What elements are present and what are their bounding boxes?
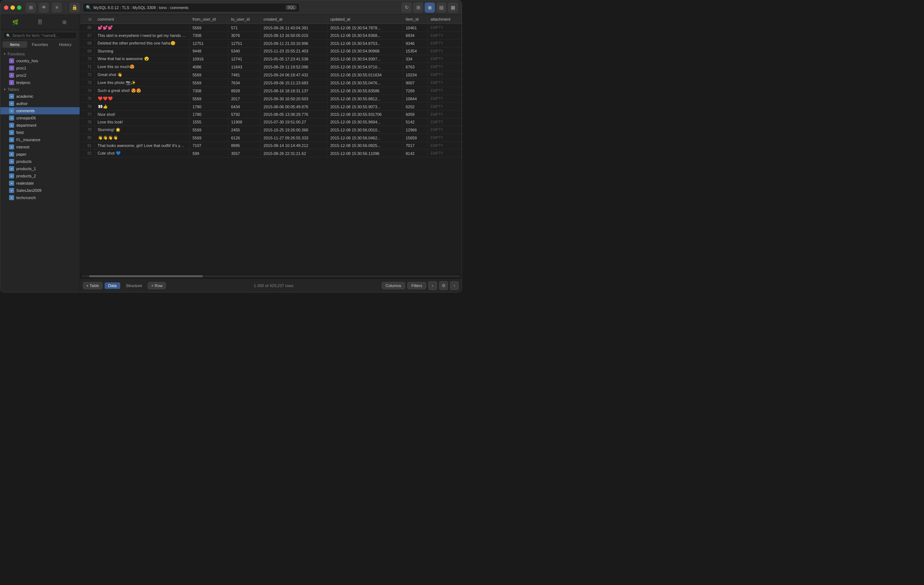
- sidebar-item-comments[interactable]: ≡ comments: [0, 107, 80, 114]
- horizontal-scrollbar[interactable]: [80, 274, 462, 278]
- table-row[interactable]: 69Stunning944853402015-11-23 15:55:21.40…: [80, 48, 462, 55]
- sidebar-search-box[interactable]: 🔍: [3, 32, 77, 39]
- split-view-icon[interactable]: ▣: [425, 3, 435, 13]
- cell-id: 80: [80, 134, 94, 142]
- cell-attachment: EMPTY: [427, 32, 462, 40]
- cell-updated-at: 2015-12-08 15:30:54.8753...: [327, 40, 403, 48]
- lock-icon[interactable]: 🔒: [69, 3, 80, 13]
- sidebar-item-interest[interactable]: ≡ interest: [0, 143, 80, 151]
- table-row[interactable]: 66💕💕💕55695712015-09-26 11:43:04.3912015-…: [80, 24, 462, 32]
- table-row[interactable]: 72Great shot 👋556974812015-09-24 06:18:4…: [80, 71, 462, 79]
- col-to-user-id[interactable]: to_user_id: [228, 15, 261, 24]
- sidebar-item-proc2[interactable]: f proc2: [0, 72, 80, 79]
- tab-data[interactable]: Data: [105, 282, 120, 289]
- col-id[interactable]: id: [80, 15, 94, 24]
- tab-structure[interactable]: Structure: [122, 282, 146, 289]
- cell-created-at: 2015-08-26 22:31:21.62: [260, 150, 327, 158]
- cell-item-id: 7017: [403, 142, 427, 150]
- sidebar-item-products[interactable]: ≡ products: [0, 158, 80, 165]
- table-row[interactable]: 70Wow that hat is awesome 😮1091612741201…: [80, 55, 462, 63]
- schema-icon[interactable]: ⊞: [59, 17, 69, 27]
- sidebar-item-author[interactable]: ≡ author: [0, 100, 80, 107]
- nav-next-button[interactable]: ›: [450, 281, 459, 290]
- database-tree-icon[interactable]: 🌿: [10, 17, 21, 27]
- table-row[interactable]: 80👋👋👋👋556961262015-11-27 09:26:55.333201…: [80, 134, 462, 142]
- sidebar-item-country-hos[interactable]: f country_hos: [0, 57, 80, 64]
- table-row[interactable]: 67This skirt is everywhere I need to get…: [80, 32, 462, 40]
- sidebar-item-field[interactable]: ≡ field: [0, 129, 80, 136]
- eye-icon[interactable]: 👁: [39, 3, 49, 13]
- panel-icon[interactable]: ▤: [436, 3, 446, 13]
- database-icon[interactable]: 🗄: [35, 17, 45, 27]
- sidebar-item-label: products_2: [16, 174, 36, 178]
- sidebar-item-products-1[interactable]: ≡ products_1: [0, 165, 80, 172]
- cell-comment: 👀👍: [94, 103, 189, 111]
- table-row[interactable]: 68Deleted the other preferred this one h…: [80, 40, 462, 48]
- sidebar-item-crimejan06[interactable]: ≡ crimejan06: [0, 114, 80, 122]
- cell-attachment: EMPTY: [427, 142, 462, 150]
- sidebar-search-input[interactable]: [12, 33, 74, 38]
- tab-items[interactable]: Items: [3, 41, 27, 48]
- sidebar-item-proc1[interactable]: f proc1: [0, 64, 80, 72]
- sidebar-item-paper[interactable]: ≡ paper: [0, 151, 80, 158]
- layout-icon[interactable]: ▦: [448, 3, 458, 13]
- table-row[interactable]: 78Love this look!1555119082015-07-30 19:…: [80, 119, 462, 126]
- table-row[interactable]: 79Stunning! 🌟556924552015-10-25 19:26:00…: [80, 126, 462, 134]
- table-row[interactable]: 76👀👍178064342015-08-06 00:05:49.8762015-…: [80, 103, 462, 111]
- col-attachment[interactable]: attachment: [427, 15, 462, 24]
- cell-attachment: EMPTY: [427, 119, 462, 126]
- sidebar-item-salesjan2009[interactable]: ≡ SalesJan2009: [0, 187, 80, 194]
- minimize-button[interactable]: [10, 5, 15, 10]
- col-item-id[interactable]: item_id: [403, 15, 427, 24]
- sidebar-item-techcrunch[interactable]: ≡ techcrunch: [0, 194, 80, 201]
- cell-id: 66: [80, 24, 94, 32]
- cell-to-user_id: 7634: [228, 79, 261, 87]
- cell-item-id: 15354: [403, 48, 427, 55]
- list-icon[interactable]: ≡: [52, 3, 62, 13]
- col-updated-at[interactable]: updated_at: [327, 15, 403, 24]
- cell-updated-at: 2015-12-08 15:30:56.11096: [327, 150, 403, 158]
- col-from-user-id[interactable]: from_user_id: [189, 15, 228, 24]
- table-row[interactable]: 74Such a great shot! 😍😍730889282015-08-1…: [80, 87, 462, 95]
- tables-section-header[interactable]: ▼ Tables: [0, 86, 80, 93]
- maximize-button[interactable]: [17, 5, 21, 10]
- table-row[interactable]: 73Love this photo 📷✨556976342015-09-06 1…: [80, 79, 462, 87]
- cell-item-id: 5142: [403, 119, 427, 126]
- close-button[interactable]: [4, 5, 8, 10]
- columns-button[interactable]: Columns: [382, 282, 405, 289]
- table-row[interactable]: 77Nice shot!178057922015-08-05 13:36:29.…: [80, 111, 462, 119]
- add-row-button[interactable]: + Row: [148, 282, 166, 289]
- add-table-button[interactable]: + Table: [83, 282, 102, 289]
- cell-to-user_id: 6434: [228, 103, 261, 111]
- table-icon: ≡: [9, 101, 14, 106]
- sidebar-item-academic[interactable]: ≡ academic: [0, 93, 80, 100]
- grid-icon[interactable]: ⊞: [413, 3, 423, 13]
- sidebar-item-realestate[interactable]: ≡ realestate: [0, 180, 80, 187]
- col-comment[interactable]: comment: [94, 15, 189, 24]
- filters-button[interactable]: Filters: [408, 282, 426, 289]
- sidebar-item-testproc[interactable]: f testproc: [0, 79, 80, 86]
- table-row[interactable]: 81That looks awesome, girl! Love that ou…: [80, 142, 462, 150]
- table-row[interactable]: 71Love this so much😍4086116432015-08-29 …: [80, 63, 462, 71]
- sidebar-item-fl-insurance[interactable]: ≡ FL_insurance: [0, 136, 80, 143]
- tab-history[interactable]: History: [53, 41, 78, 48]
- sidebar-item-products-2[interactable]: ≡ products_2: [0, 172, 80, 180]
- refresh-icon[interactable]: ↻: [401, 3, 412, 13]
- cell-item-id: 15659: [403, 134, 427, 142]
- cell-attachment: EMPTY: [427, 95, 462, 103]
- table-row[interactable]: 75❤️❤️❤️556920172015-09-30 16:50:20.5032…: [80, 95, 462, 103]
- sql-badge[interactable]: SQL: [285, 5, 297, 10]
- functions-section-header[interactable]: ▼ Functions: [0, 51, 80, 57]
- data-table-container[interactable]: id comment from_user_id to_user_id creat…: [80, 15, 462, 274]
- col-created-at[interactable]: created_at: [260, 15, 327, 24]
- cell-to-user_id: 7481: [228, 71, 261, 79]
- sidebar-item-department[interactable]: ≡ department: [0, 122, 80, 129]
- functions-label: Functions: [8, 52, 25, 56]
- nav-prev-button[interactable]: ‹: [428, 281, 437, 290]
- cell-attachment: EMPTY: [427, 103, 462, 111]
- sidebar-toggle-icon[interactable]: ⊞: [26, 3, 36, 13]
- tab-favorites[interactable]: Favorites: [28, 41, 53, 48]
- scrollbar-thumb[interactable]: [89, 275, 203, 277]
- table-row[interactable]: 82Cute shot 💙59935572015-08-26 22:31:21.…: [80, 150, 462, 158]
- settings-icon[interactable]: ⚙: [439, 281, 448, 290]
